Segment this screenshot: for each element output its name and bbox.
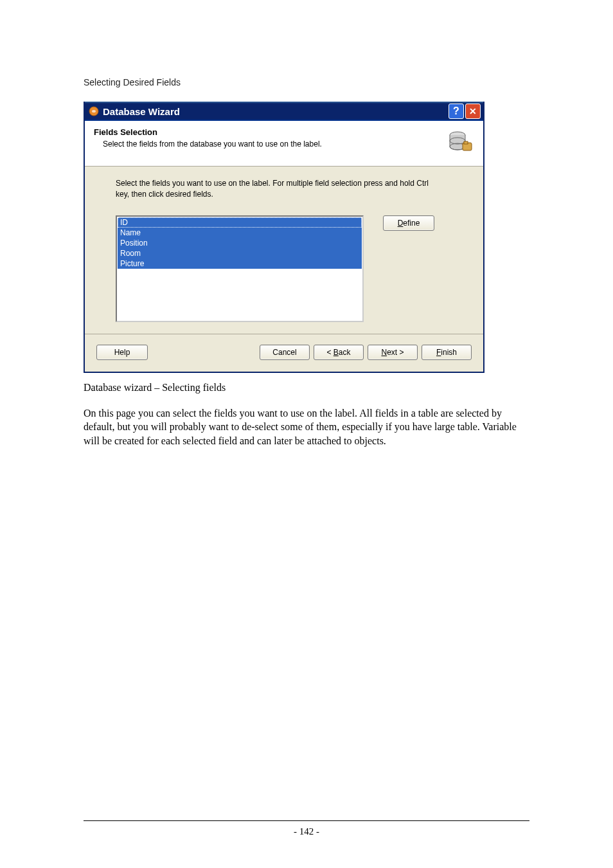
dialog-title: Database Wizard xyxy=(103,106,449,117)
wizard-header: Fields Selection Select the fields from … xyxy=(85,121,483,167)
database-wizard-dialog: Database Wizard ? ✕ Fields Selection Sel… xyxy=(84,102,484,373)
figure-caption: Database wizard – Selecting fields xyxy=(84,382,529,393)
list-item[interactable]: Picture xyxy=(118,258,362,269)
section-heading: Selecting Desired Fields xyxy=(84,77,529,87)
help-icon[interactable]: ? xyxy=(449,104,464,119)
cancel-button[interactable]: Cancel xyxy=(260,345,310,360)
close-icon[interactable]: ✕ xyxy=(465,104,481,119)
define-button[interactable]: Define xyxy=(383,215,434,231)
wizard-step-title: Fields Selection xyxy=(94,127,445,137)
app-icon xyxy=(89,106,99,116)
list-item[interactable]: Room xyxy=(118,248,362,258)
list-item[interactable]: Name xyxy=(118,228,362,238)
fields-listbox[interactable]: ID Name Position Room Picture xyxy=(116,215,364,322)
titlebar[interactable]: Database Wizard ? ✕ xyxy=(85,102,483,121)
instruction-text: Select the fields you want to use on the… xyxy=(116,178,443,200)
back-button[interactable]: < Back xyxy=(314,345,364,360)
body-paragraph: On this page you can select the fields y… xyxy=(84,406,529,448)
finish-button[interactable]: Finish xyxy=(422,345,472,360)
page-number: - 142 - xyxy=(0,821,613,863)
next-button[interactable]: Next > xyxy=(368,345,418,360)
wizard-buttons: Help Cancel < Back Next > Finish xyxy=(85,334,483,372)
list-item[interactable]: ID xyxy=(118,217,362,228)
svg-rect-5 xyxy=(464,141,468,144)
help-button[interactable]: Help xyxy=(96,345,148,360)
wizard-body: Select the fields you want to use on the… xyxy=(85,167,483,334)
database-icon xyxy=(445,127,475,158)
wizard-step-subtitle: Select the fields from the database you … xyxy=(103,140,445,149)
list-item[interactable]: Position xyxy=(118,238,362,248)
